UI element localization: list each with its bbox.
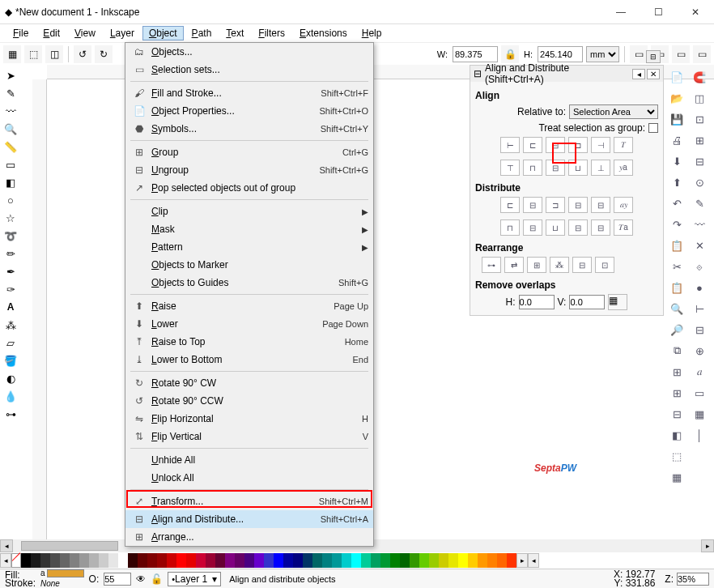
spray-tool[interactable]: ⁂ [2,316,19,334]
eraser-tool[interactable]: ▱ [2,334,19,352]
affect-4-button[interactable]: ▭ [693,45,711,63]
xml-button[interactable]: ⬚ [668,447,686,465]
randomize-button[interactable]: ⁂ [550,257,569,273]
dist-center-h-button[interactable]: ⊟ [523,197,542,213]
minimize-button[interactable]: — [602,0,640,24]
close-button[interactable]: ✕ [677,0,714,24]
menu-extensions[interactable]: Extensions [293,26,354,40]
tool-btn-3[interactable]: ◫ [45,45,63,63]
rect-tool[interactable]: ▭ [2,156,19,173]
dist-left-button[interactable]: ⊏ [500,197,520,213]
menu-layer[interactable]: Layer [104,26,141,40]
swatch[interactable] [390,553,400,568]
menuitem-objects-to-guides[interactable]: Objects to GuidesShift+G [125,274,373,292]
menuitem-transform[interactable]: ⤢Transform...Shift+Ctrl+M [125,492,373,510]
fill-tool[interactable]: 🪣 [2,352,19,369]
gradient-tool[interactable]: ◐ [2,369,19,387]
zoom-fit-button[interactable]: 🔍 [668,300,686,317]
swatch[interactable] [342,553,351,568]
import-button[interactable]: ⬇ [668,152,686,170]
snap-cusp-button[interactable]: ⟐ [691,258,708,275]
swatch[interactable] [293,553,303,568]
menuitem-fill-and-stroke[interactable]: 🖌Fill and Stroke...Shift+Ctrl+F [125,84,373,102]
undo-button[interactable]: ↶ [668,194,686,212]
swatch[interactable] [99,553,108,568]
swatch[interactable] [283,553,293,568]
align-right-button[interactable]: ⊐ [568,137,588,153]
swatch[interactable] [108,553,118,568]
menuitem-pop-selected-objects-out-of-group[interactable]: ↗Pop selected objects out of group [125,179,373,197]
snap-rot-center-button[interactable]: ⊕ [691,342,708,360]
copy-button[interactable]: 📋 [668,236,686,254]
palette-left-button[interactable]: ◂ [0,553,11,568]
swatch[interactable] [312,553,322,568]
swatch[interactable] [264,553,274,568]
align-top-button[interactable]: ⊓ [523,160,542,176]
rotate-cw-button[interactable]: ↻ [95,45,113,63]
unclump-button[interactable]: ⊟ [572,257,592,273]
layer-lock-icon[interactable]: 🔓 [151,573,163,585]
snap-bbox-button[interactable]: ◫ [691,89,708,107]
swatch[interactable] [176,553,186,568]
menuitem-ungroup[interactable]: ⊟UngroupShift+Ctrl+G [125,161,373,179]
swatch[interactable] [380,553,390,568]
dist-gaps-h-button[interactable]: ⊟ [568,197,588,213]
align-right-edge-button[interactable]: ⊣ [591,137,610,153]
tweak-tool[interactable]: 〰 [2,102,19,120]
swatch[interactable] [419,553,429,568]
snap-text-button[interactable]: 𝑎 [691,363,708,381]
menuitem-flip-vertical[interactable]: ⇅Flip VerticalV [125,428,373,445]
selector-tool[interactable]: ➤ [2,66,19,84]
swatch[interactable] [206,553,215,568]
dist-center-v-button[interactable]: ⊟ [523,219,542,236]
align-text-baseline-button[interactable]: 𝑦a [614,160,633,176]
align-center-v-button[interactable]: ⊟ [546,160,565,176]
scroll-thumb[interactable] [21,541,118,551]
remove-overlaps-button[interactable]: ▦ [608,294,627,310]
menuitem-rotate-90-ccw[interactable]: ↺Rotate 90° CCW [125,392,373,410]
align-left-edge-button[interactable]: ⊢ [500,137,520,153]
tool-btn-1[interactable]: ▦ [3,45,21,63]
export-button[interactable]: ⬆ [668,173,686,191]
duplicate-button[interactable]: ⧉ [668,342,686,360]
dist-top-button[interactable]: ⊓ [500,219,520,236]
align-text-left-button[interactable]: 𝑇 [614,137,633,153]
group-cmd-button[interactable]: ⊞ [668,384,686,402]
swatch[interactable] [186,553,196,568]
paste-button[interactable]: 📋 [668,279,686,296]
menuitem-rotate-90-cw[interactable]: ↻Rotate 90° CW [125,374,373,392]
fill-swatch[interactable] [47,569,84,577]
overlap-v-input[interactable] [569,295,605,309]
menuitem-arrange[interactable]: ⊞Arrange... [125,528,373,546]
treat-as-group-checkbox[interactable] [648,123,658,133]
menu-file[interactable]: File [6,26,35,40]
menu-help[interactable]: Help [355,26,389,40]
swatch[interactable] [507,553,516,568]
menu-filters[interactable]: Filters [252,26,291,40]
swatch[interactable] [400,553,410,568]
dist-right-button[interactable]: ⊐ [546,197,565,213]
snap-page-button[interactable]: ▭ [691,384,708,402]
swatch[interactable] [351,553,361,568]
menuitem-raise-to-top[interactable]: ⤒Raise to TopHome [125,333,373,351]
swatch[interactable] [157,553,167,568]
menuitem-unlock-all[interactable]: Unlock All [125,469,373,487]
menuitem-align-and-distribute[interactable]: ⊟Align and Distribute...Shift+Ctrl+A [125,510,373,528]
snap-object-mid-button[interactable]: ⊟ [691,321,708,339]
menuitem-objects[interactable]: 🗂Objects... [125,43,373,61]
swatch[interactable] [225,553,235,568]
maximize-button[interactable]: ☐ [640,0,677,24]
pencil-tool[interactable]: ✏ [2,245,19,262]
swatch[interactable] [497,553,507,568]
calligraphy-tool[interactable]: ✑ [2,280,19,298]
layer-visible-icon[interactable]: 👁 [136,573,146,585]
snap-corner-button[interactable]: ⊞ [691,131,708,149]
fill-stroke-button[interactable]: ◧ [668,426,686,444]
snap-midpoint-button[interactable]: ⊟ [691,152,708,170]
menuitem-flip-horizontal[interactable]: ⇋Flip HorizontalH [125,410,373,428]
swatch[interactable] [147,553,157,568]
snap-path-button[interactable]: 〰 [691,215,708,233]
menu-edit[interactable]: Edit [36,26,66,40]
swatch[interactable] [332,553,342,568]
dist-bottom-button[interactable]: ⊔ [546,219,565,236]
